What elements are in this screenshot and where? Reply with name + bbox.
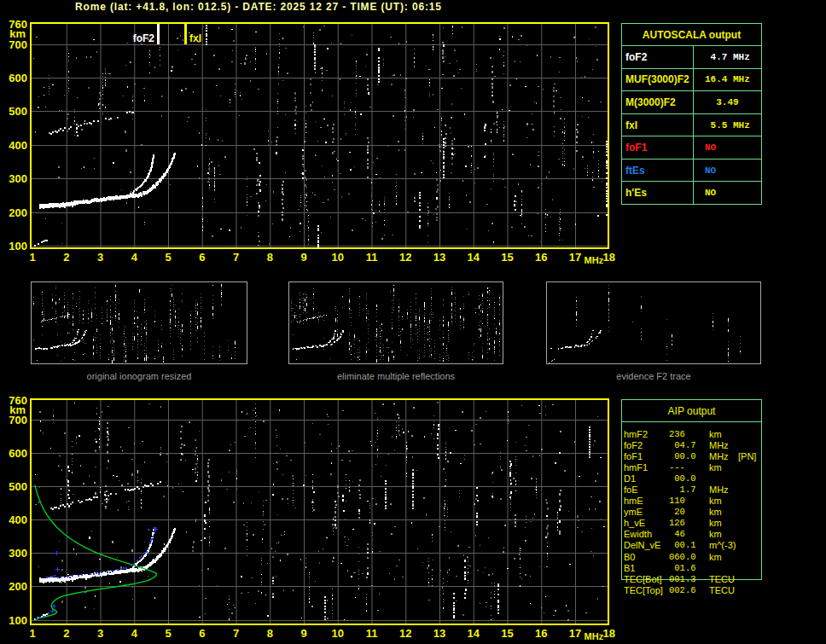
aip-row-TEC[Bot]: TEC[Bot]001.3TECU	[624, 573, 820, 584]
series-E-region-echo	[34, 240, 48, 247]
xtick-7: 7	[233, 251, 239, 264]
ytick-400: 400	[9, 513, 27, 526]
aip-param-unit: MHz	[709, 484, 738, 495]
aip-param-label: TEC[Bot]	[624, 574, 669, 584]
aip-param-label: B1	[624, 563, 669, 573]
aip-row-ymE: ymE 20km	[624, 507, 820, 518]
autoscala-param-value: 16.4 MHz	[694, 74, 750, 84]
autoscala-output-table: AUTOSCALA output foF2 4.7 MHzMUF(3000)F2…	[621, 23, 762, 205]
aip-param-label: ymE	[624, 507, 669, 517]
xtick-16: 16	[535, 627, 547, 640]
xtick-7: 7	[233, 627, 239, 640]
aip-row-DelN_vE: DelN_vE 00.1m^(-3)	[624, 540, 820, 551]
ytick-200: 200	[9, 206, 27, 219]
aip-row-foE: foE 1.7MHz	[624, 484, 820, 495]
ytick-100: 100	[9, 240, 27, 252]
autoscala-param-value: 3.49	[694, 97, 739, 107]
ytick-600: 600	[9, 72, 27, 84]
aip-row-hmF1: hmF1---km	[624, 461, 820, 473]
panel-caption-original: original ionogram resized	[28, 371, 250, 381]
xtick-5: 5	[165, 251, 171, 264]
xtick-16: 16	[535, 251, 547, 264]
aip-param-value: 236	[669, 429, 709, 439]
autoscala-row-h'Es: h'EsNO	[622, 182, 761, 204]
aip-param-label: h_vE	[624, 518, 669, 528]
aip-row-foF1: foF1 00.0MHz[PN]	[624, 450, 820, 461]
aip-row-hmF2: hmF2236km	[624, 428, 820, 439]
xtick-12: 12	[399, 251, 411, 264]
aip-param-unit: km	[709, 518, 738, 528]
autoscala-param-value: 5.5 MHz	[694, 120, 750, 131]
xtick-5: 5	[165, 627, 171, 640]
xtick-6: 6	[199, 251, 205, 264]
series-F2-trace	[39, 528, 176, 583]
xtick-14: 14	[468, 627, 480, 640]
xtick-2: 2	[63, 251, 69, 264]
xtick-10: 10	[332, 251, 344, 264]
autoscala-param-label: M(3000)F2	[622, 91, 694, 113]
xlabel-mhz: MHz	[585, 255, 604, 265]
autoscala-param-value: 4.7 MHz	[694, 52, 750, 62]
xtick-3: 3	[97, 627, 103, 640]
aip-param-value: 060.0	[669, 552, 709, 562]
aip-param-value: 110	[669, 496, 709, 506]
aip-rows: hmF2236kmfoF2 04.7MHzfoF1 00.0MHz[PN]hmF…	[624, 428, 820, 595]
panel-border	[32, 282, 247, 364]
autoscala-row-M(3000)F2: M(3000)F2 3.49	[622, 91, 761, 114]
panel-caption-eliminate: eliminate multiple reflections	[285, 371, 507, 381]
xtick-15: 15	[501, 251, 513, 264]
aip-param-unit: km	[709, 429, 738, 439]
aip-row-D1: D1 00.0	[624, 473, 820, 484]
ytick-100: 100	[9, 614, 27, 627]
marker-line-foF2	[157, 24, 160, 44]
xtick-4: 4	[131, 627, 138, 640]
panel-0	[32, 282, 247, 364]
noise-speckle	[33, 25, 608, 247]
aip-param-value: 126	[669, 518, 709, 528]
xtick-8: 8	[267, 251, 273, 264]
xtick-14: 14	[468, 251, 480, 264]
panel-1	[289, 282, 503, 364]
aip-param-label: TEC[Top]	[624, 585, 669, 595]
autoscala-param-value: NO	[694, 165, 716, 176]
aip-param-label: foE	[624, 484, 669, 495]
xtick-9: 9	[300, 251, 306, 264]
autoscala-row-MUF(3000)F2: MUF(3000)F216.4 MHz	[622, 69, 761, 92]
aip-param-unit: km	[709, 496, 738, 506]
aip-param-value: 002.6	[669, 585, 709, 595]
ylabel-km: km	[9, 403, 26, 416]
aip-row-B1: B1 01.6	[624, 562, 820, 573]
xtick-13: 13	[433, 627, 445, 640]
xtick-4: 4	[131, 251, 138, 264]
xtick-11: 11	[366, 627, 378, 640]
ytick-200: 200	[9, 580, 27, 593]
aip-row-foF2: foF2 04.7MHz	[624, 439, 820, 450]
aip-param-unit: TECU	[709, 585, 738, 595]
page-title: Rome (lat: +41.8, lon: 012.5) - DATE: 20…	[75, 1, 442, 13]
xtick-2: 2	[63, 627, 69, 640]
aip-param-label: hmF2	[624, 429, 669, 439]
ytick-500: 500	[9, 105, 27, 118]
xtick-18: 18	[603, 627, 615, 640]
aip-param-value: 46	[669, 529, 709, 539]
aip-param-unit: TECU	[709, 574, 738, 584]
ylabel-km: km	[9, 27, 26, 40]
xtick-1: 1	[29, 251, 35, 264]
noise-speckle	[35, 402, 605, 621]
plot-top: foF2fxI760700600500400300200100km1234567…	[9, 18, 615, 266]
autoscala-param-label: ftEs	[622, 160, 694, 182]
aip-param-unit: MHz	[709, 451, 738, 461]
aip-param-unit: km	[709, 552, 738, 562]
autoscala-param-label: fxI	[622, 114, 694, 136]
xlabel-mhz: MHz	[585, 631, 604, 641]
plot-border	[31, 399, 608, 624]
aip-param-label: DelN_vE	[624, 540, 669, 550]
autoscala-screen: foF2fxI760700600500400300200100km1234567…	[0, 0, 826, 644]
aip-param-unit: MHz	[709, 440, 738, 450]
autoscala-param-value: NO	[694, 142, 716, 153]
xtick-9: 9	[300, 627, 306, 640]
xtick-15: 15	[501, 627, 513, 640]
aip-param-value: 00.0	[669, 451, 709, 461]
aip-param-label: hmE	[624, 496, 669, 506]
aip-row-Ewidth: Ewidth 46km	[624, 529, 820, 540]
